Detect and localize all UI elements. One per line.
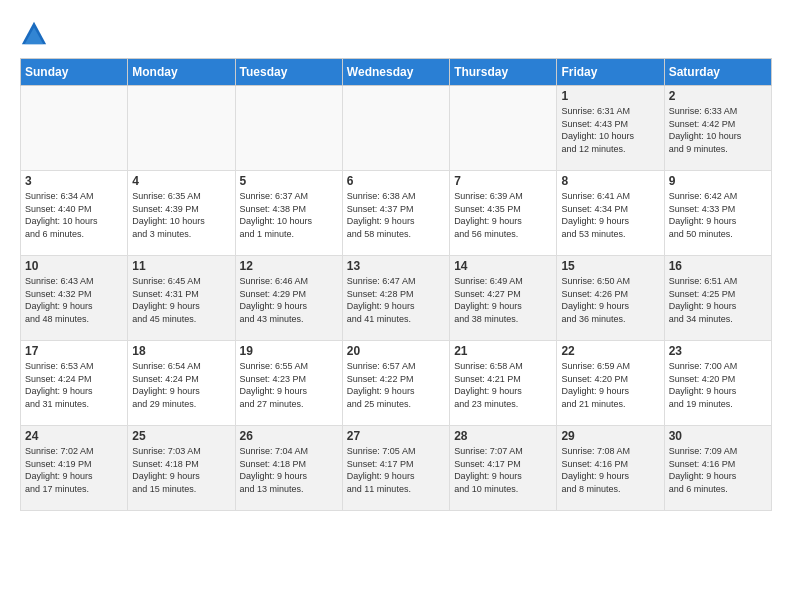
calendar-cell: 8Sunrise: 6:41 AM Sunset: 4:34 PM Daylig…: [557, 171, 664, 256]
calendar-cell: 23Sunrise: 7:00 AM Sunset: 4:20 PM Dayli…: [664, 341, 771, 426]
day-info: Sunrise: 7:08 AM Sunset: 4:16 PM Dayligh…: [561, 445, 659, 495]
calendar-week-2: 3Sunrise: 6:34 AM Sunset: 4:40 PM Daylig…: [21, 171, 772, 256]
day-info: Sunrise: 6:43 AM Sunset: 4:32 PM Dayligh…: [25, 275, 123, 325]
day-info: Sunrise: 6:34 AM Sunset: 4:40 PM Dayligh…: [25, 190, 123, 240]
calendar-cell: [128, 86, 235, 171]
day-info: Sunrise: 7:02 AM Sunset: 4:19 PM Dayligh…: [25, 445, 123, 495]
day-info: Sunrise: 6:50 AM Sunset: 4:26 PM Dayligh…: [561, 275, 659, 325]
calendar-cell: 30Sunrise: 7:09 AM Sunset: 4:16 PM Dayli…: [664, 426, 771, 511]
day-number: 11: [132, 259, 230, 273]
day-info: Sunrise: 6:41 AM Sunset: 4:34 PM Dayligh…: [561, 190, 659, 240]
day-number: 30: [669, 429, 767, 443]
calendar-cell: 27Sunrise: 7:05 AM Sunset: 4:17 PM Dayli…: [342, 426, 449, 511]
day-info: Sunrise: 6:46 AM Sunset: 4:29 PM Dayligh…: [240, 275, 338, 325]
calendar-week-4: 17Sunrise: 6:53 AM Sunset: 4:24 PM Dayli…: [21, 341, 772, 426]
calendar-cell: 2Sunrise: 6:33 AM Sunset: 4:42 PM Daylig…: [664, 86, 771, 171]
day-info: Sunrise: 6:53 AM Sunset: 4:24 PM Dayligh…: [25, 360, 123, 410]
calendar-cell: 24Sunrise: 7:02 AM Sunset: 4:19 PM Dayli…: [21, 426, 128, 511]
day-info: Sunrise: 6:55 AM Sunset: 4:23 PM Dayligh…: [240, 360, 338, 410]
day-number: 15: [561, 259, 659, 273]
day-number: 16: [669, 259, 767, 273]
calendar-week-1: 1Sunrise: 6:31 AM Sunset: 4:43 PM Daylig…: [21, 86, 772, 171]
calendar-cell: 28Sunrise: 7:07 AM Sunset: 4:17 PM Dayli…: [450, 426, 557, 511]
header-monday: Monday: [128, 59, 235, 86]
day-number: 5: [240, 174, 338, 188]
calendar-cell: [450, 86, 557, 171]
calendar-cell: [342, 86, 449, 171]
calendar-cell: 17Sunrise: 6:53 AM Sunset: 4:24 PM Dayli…: [21, 341, 128, 426]
calendar-cell: 26Sunrise: 7:04 AM Sunset: 4:18 PM Dayli…: [235, 426, 342, 511]
day-info: Sunrise: 7:04 AM Sunset: 4:18 PM Dayligh…: [240, 445, 338, 495]
calendar-cell: 19Sunrise: 6:55 AM Sunset: 4:23 PM Dayli…: [235, 341, 342, 426]
day-number: 10: [25, 259, 123, 273]
day-info: Sunrise: 7:05 AM Sunset: 4:17 PM Dayligh…: [347, 445, 445, 495]
calendar-cell: 11Sunrise: 6:45 AM Sunset: 4:31 PM Dayli…: [128, 256, 235, 341]
day-info: Sunrise: 6:58 AM Sunset: 4:21 PM Dayligh…: [454, 360, 552, 410]
day-info: Sunrise: 6:39 AM Sunset: 4:35 PM Dayligh…: [454, 190, 552, 240]
day-info: Sunrise: 7:07 AM Sunset: 4:17 PM Dayligh…: [454, 445, 552, 495]
header-saturday: Saturday: [664, 59, 771, 86]
day-number: 18: [132, 344, 230, 358]
day-number: 14: [454, 259, 552, 273]
day-info: Sunrise: 7:09 AM Sunset: 4:16 PM Dayligh…: [669, 445, 767, 495]
day-number: 9: [669, 174, 767, 188]
day-number: 2: [669, 89, 767, 103]
calendar-week-5: 24Sunrise: 7:02 AM Sunset: 4:19 PM Dayli…: [21, 426, 772, 511]
day-number: 1: [561, 89, 659, 103]
header-wednesday: Wednesday: [342, 59, 449, 86]
header-thursday: Thursday: [450, 59, 557, 86]
day-info: Sunrise: 6:37 AM Sunset: 4:38 PM Dayligh…: [240, 190, 338, 240]
calendar-cell: 14Sunrise: 6:49 AM Sunset: 4:27 PM Dayli…: [450, 256, 557, 341]
calendar-cell: 4Sunrise: 6:35 AM Sunset: 4:39 PM Daylig…: [128, 171, 235, 256]
calendar-week-3: 10Sunrise: 6:43 AM Sunset: 4:32 PM Dayli…: [21, 256, 772, 341]
day-info: Sunrise: 6:47 AM Sunset: 4:28 PM Dayligh…: [347, 275, 445, 325]
day-number: 28: [454, 429, 552, 443]
calendar-cell: 12Sunrise: 6:46 AM Sunset: 4:29 PM Dayli…: [235, 256, 342, 341]
calendar-cell: 5Sunrise: 6:37 AM Sunset: 4:38 PM Daylig…: [235, 171, 342, 256]
day-info: Sunrise: 6:45 AM Sunset: 4:31 PM Dayligh…: [132, 275, 230, 325]
calendar-cell: [21, 86, 128, 171]
calendar-cell: 9Sunrise: 6:42 AM Sunset: 4:33 PM Daylig…: [664, 171, 771, 256]
day-number: 27: [347, 429, 445, 443]
day-number: 23: [669, 344, 767, 358]
day-number: 21: [454, 344, 552, 358]
day-number: 6: [347, 174, 445, 188]
header-tuesday: Tuesday: [235, 59, 342, 86]
calendar-cell: 3Sunrise: 6:34 AM Sunset: 4:40 PM Daylig…: [21, 171, 128, 256]
day-info: Sunrise: 7:00 AM Sunset: 4:20 PM Dayligh…: [669, 360, 767, 410]
calendar-cell: 18Sunrise: 6:54 AM Sunset: 4:24 PM Dayli…: [128, 341, 235, 426]
day-info: Sunrise: 6:59 AM Sunset: 4:20 PM Dayligh…: [561, 360, 659, 410]
day-info: Sunrise: 6:35 AM Sunset: 4:39 PM Dayligh…: [132, 190, 230, 240]
day-number: 22: [561, 344, 659, 358]
calendar-cell: 15Sunrise: 6:50 AM Sunset: 4:26 PM Dayli…: [557, 256, 664, 341]
day-number: 7: [454, 174, 552, 188]
day-info: Sunrise: 6:38 AM Sunset: 4:37 PM Dayligh…: [347, 190, 445, 240]
day-number: 4: [132, 174, 230, 188]
day-number: 13: [347, 259, 445, 273]
calendar-cell: 10Sunrise: 6:43 AM Sunset: 4:32 PM Dayli…: [21, 256, 128, 341]
day-number: 19: [240, 344, 338, 358]
day-info: Sunrise: 6:33 AM Sunset: 4:42 PM Dayligh…: [669, 105, 767, 155]
calendar-cell: 29Sunrise: 7:08 AM Sunset: 4:16 PM Dayli…: [557, 426, 664, 511]
calendar-cell: 13Sunrise: 6:47 AM Sunset: 4:28 PM Dayli…: [342, 256, 449, 341]
header-row: SundayMondayTuesdayWednesdayThursdayFrid…: [21, 59, 772, 86]
day-info: Sunrise: 6:49 AM Sunset: 4:27 PM Dayligh…: [454, 275, 552, 325]
calendar-cell: 7Sunrise: 6:39 AM Sunset: 4:35 PM Daylig…: [450, 171, 557, 256]
day-info: Sunrise: 6:57 AM Sunset: 4:22 PM Dayligh…: [347, 360, 445, 410]
day-number: 26: [240, 429, 338, 443]
day-number: 12: [240, 259, 338, 273]
calendar-cell: 20Sunrise: 6:57 AM Sunset: 4:22 PM Dayli…: [342, 341, 449, 426]
day-number: 20: [347, 344, 445, 358]
calendar-cell: 16Sunrise: 6:51 AM Sunset: 4:25 PM Dayli…: [664, 256, 771, 341]
header-friday: Friday: [557, 59, 664, 86]
header-sunday: Sunday: [21, 59, 128, 86]
logo-icon: [20, 20, 48, 48]
calendar-cell: 21Sunrise: 6:58 AM Sunset: 4:21 PM Dayli…: [450, 341, 557, 426]
day-number: 3: [25, 174, 123, 188]
day-info: Sunrise: 6:42 AM Sunset: 4:33 PM Dayligh…: [669, 190, 767, 240]
calendar-cell: 25Sunrise: 7:03 AM Sunset: 4:18 PM Dayli…: [128, 426, 235, 511]
day-number: 17: [25, 344, 123, 358]
calendar-table: SundayMondayTuesdayWednesdayThursdayFrid…: [20, 58, 772, 511]
day-info: Sunrise: 6:54 AM Sunset: 4:24 PM Dayligh…: [132, 360, 230, 410]
calendar-cell: 1Sunrise: 6:31 AM Sunset: 4:43 PM Daylig…: [557, 86, 664, 171]
